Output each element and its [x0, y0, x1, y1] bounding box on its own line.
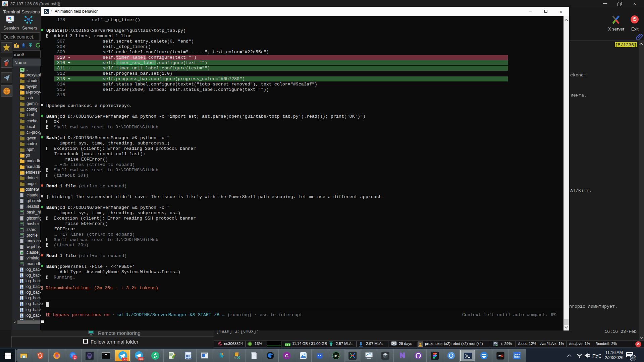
svg-text:utmo: utmo [514, 356, 520, 358]
svg-text:HS: HS [333, 354, 338, 358]
svg-text:G: G [285, 353, 288, 358]
svg-text:.30: .30 [123, 358, 127, 361]
svg-text:R: R [501, 354, 503, 358]
svg-text:FRKY: FRKY [88, 357, 92, 359]
svg-text:715: 715 [139, 357, 143, 360]
svg-text:2: 2 [74, 356, 76, 359]
